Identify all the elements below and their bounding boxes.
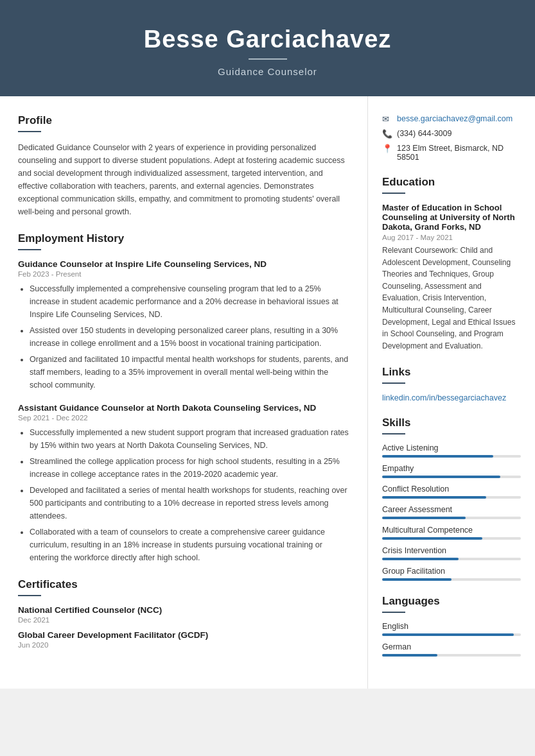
languages-container: English German xyxy=(382,622,521,657)
skill-item-2: Conflict Resolution xyxy=(382,485,521,499)
skill-label-3: Career Assessment xyxy=(382,505,521,514)
skill-label-0: Active Listening xyxy=(382,443,521,452)
job-1-dates: Feb 2023 - Present xyxy=(18,270,349,278)
left-column: Profile Dedicated Guidance Counselor wit… xyxy=(0,96,368,689)
skill-label-6: Group Facilitation xyxy=(382,567,521,576)
job-2-bullet-2: Streamlined the college application proc… xyxy=(30,455,349,481)
lang-item-1: German xyxy=(382,642,521,657)
profile-section: Profile Dedicated Guidance Counselor wit… xyxy=(18,114,349,218)
right-column: ✉ besse.garciachavez@gmail.com 📞 (334) 6… xyxy=(368,96,535,689)
skills-rule xyxy=(382,433,405,434)
contact-phone-item: 📞 (334) 644-3009 xyxy=(382,129,521,139)
skill-bar-fill-5 xyxy=(382,558,459,560)
certificates-rule xyxy=(18,595,41,596)
edu-description: Relevant Coursework: Child and Adolescen… xyxy=(382,245,521,352)
phone-icon: 📞 xyxy=(382,129,392,139)
skill-bar-bg-0 xyxy=(382,455,521,458)
skill-bar-bg-6 xyxy=(382,578,521,581)
employment-section-title: Employment History xyxy=(18,232,349,245)
links-section-title: Links xyxy=(382,366,521,379)
skill-bar-fill-6 xyxy=(382,578,452,581)
job-2: Assistant Guidance Counselor at North Da… xyxy=(18,403,349,564)
lang-label-0: English xyxy=(382,622,521,631)
skill-item-0: Active Listening xyxy=(382,443,521,458)
job-2-bullet-4: Collaborated with a team of counselors t… xyxy=(30,526,349,564)
certificates-section: Certificates National Certified Counselo… xyxy=(18,578,349,649)
lang-label-1: German xyxy=(382,642,521,651)
education-section-title: Education xyxy=(382,176,521,189)
job-1-bullets: Successfully implemented a comprehensive… xyxy=(18,282,349,391)
employment-section: Employment History Guidance Counselor at… xyxy=(18,232,349,564)
job-1: Guidance Counselor at Inspire Life Couns… xyxy=(18,259,349,391)
job-1-title: Guidance Counselor at Inspire Life Couns… xyxy=(18,259,349,269)
skill-item-1: Empathy xyxy=(382,464,521,478)
cert-1-title: National Certified Counselor (NCC) xyxy=(18,605,349,615)
skill-item-4: Multicultural Competence xyxy=(382,526,521,540)
skill-bar-fill-3 xyxy=(382,517,466,519)
employment-rule xyxy=(18,249,41,250)
contact-address: 123 Elm Street, Bismarck, ND 58501 xyxy=(397,144,521,162)
lang-bar-bg-1 xyxy=(382,654,521,657)
job-2-bullets: Successfully implemented a new student s… xyxy=(18,426,349,564)
header-divider xyxy=(249,58,287,60)
email-icon: ✉ xyxy=(382,114,392,124)
candidate-title: Guidance Counselor xyxy=(13,66,522,77)
skill-bar-bg-1 xyxy=(382,476,521,478)
skill-bar-bg-5 xyxy=(382,558,521,560)
profile-text: Dedicated Guidance Counselor with 2 year… xyxy=(18,141,349,218)
skills-section-title: Skills xyxy=(382,417,521,429)
skill-bar-bg-3 xyxy=(382,517,521,519)
skill-label-5: Crisis Intervention xyxy=(382,546,521,555)
job-2-bullet-3: Developed and facilitated a series of me… xyxy=(30,484,349,522)
contact-address-item: 📍 123 Elm Street, Bismarck, ND 58501 xyxy=(382,144,521,162)
education-rule xyxy=(382,193,405,194)
links-section: Links linkedin.com/in/bessegarciachavez xyxy=(382,366,521,402)
skill-bar-bg-4 xyxy=(382,537,521,540)
skill-item-5: Crisis Intervention xyxy=(382,546,521,560)
contact-email-item: ✉ besse.garciachavez@gmail.com xyxy=(382,114,521,124)
job-2-title: Assistant Guidance Counselor at North Da… xyxy=(18,403,349,413)
skill-label-4: Multicultural Competence xyxy=(382,526,521,535)
cert-1-date: Dec 2021 xyxy=(18,616,349,624)
contact-phone: (334) 644-3009 xyxy=(397,129,452,138)
skills-section: Skills Active Listening Empathy Conflict… xyxy=(382,417,521,581)
cert-2-date: Jun 2020 xyxy=(18,641,349,649)
job-1-bullet-1: Successfully implemented a comprehensive… xyxy=(30,282,349,321)
job-1-bullet-3: Organized and facilitated 10 impactful m… xyxy=(30,353,349,391)
edu-degree: Master of Education in School Counseling… xyxy=(382,203,521,232)
lang-bar-fill-0 xyxy=(382,633,514,636)
education-section: Education Master of Education in School … xyxy=(382,176,521,352)
location-icon: 📍 xyxy=(382,144,392,153)
job-2-dates: Sep 2021 - Dec 2022 xyxy=(18,414,349,422)
skill-bar-fill-0 xyxy=(382,455,493,458)
profile-rule xyxy=(18,131,41,132)
body-content: Profile Dedicated Guidance Counselor wit… xyxy=(0,96,535,689)
certificates-section-title: Certificates xyxy=(18,578,349,591)
resume-header: Besse Garciachavez Guidance Counselor xyxy=(0,0,535,96)
skill-label-1: Empathy xyxy=(382,464,521,473)
links-rule xyxy=(382,382,405,384)
skill-bar-bg-2 xyxy=(382,496,521,499)
contact-section: ✉ besse.garciachavez@gmail.com 📞 (334) 6… xyxy=(382,114,521,162)
edu-dates: Aug 2017 - May 2021 xyxy=(382,234,521,241)
linkedin-link[interactable]: linkedin.com/in/bessegarciachavez xyxy=(382,393,506,402)
profile-section-title: Profile xyxy=(18,114,349,127)
resume-wrapper: Besse Garciachavez Guidance Counselor Pr… xyxy=(0,0,535,689)
languages-rule xyxy=(382,612,405,613)
lang-item-0: English xyxy=(382,622,521,636)
skill-bar-fill-4 xyxy=(382,537,482,540)
candidate-name: Besse Garciachavez xyxy=(13,26,522,53)
languages-section: Languages English German xyxy=(382,595,521,657)
skill-bar-fill-1 xyxy=(382,476,500,478)
languages-section-title: Languages xyxy=(382,595,521,608)
job-1-bullet-2: Assisted over 150 students in developing… xyxy=(30,324,349,350)
lang-bar-fill-1 xyxy=(382,654,437,657)
job-2-bullet-1: Successfully implemented a new student s… xyxy=(30,426,349,452)
skill-item-6: Group Facilitation xyxy=(382,567,521,581)
skills-container: Active Listening Empathy Conflict Resolu… xyxy=(382,443,521,581)
contact-email-link[interactable]: besse.garciachavez@gmail.com xyxy=(397,114,513,123)
skill-item-3: Career Assessment xyxy=(382,505,521,519)
skill-bar-fill-2 xyxy=(382,496,486,499)
skill-label-2: Conflict Resolution xyxy=(382,485,521,494)
lang-bar-bg-0 xyxy=(382,633,521,636)
